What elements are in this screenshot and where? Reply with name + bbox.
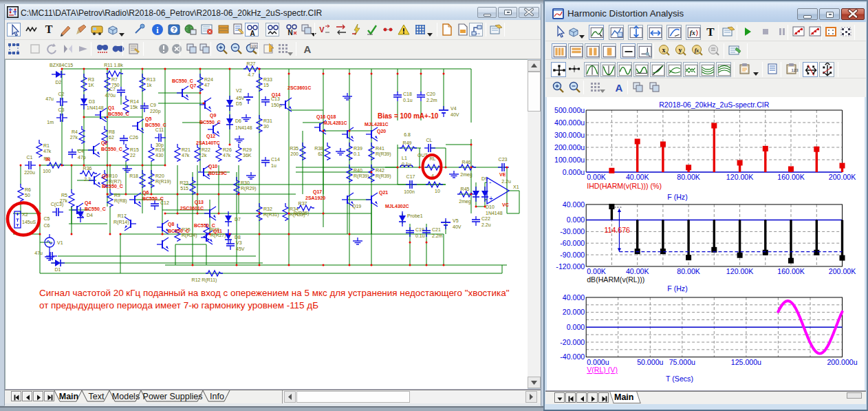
svg-text:400.000u: 400.000u	[554, 118, 585, 127]
svg-text:fx: fx	[695, 48, 699, 54]
svg-text:A: A	[250, 30, 254, 37]
svg-text:36K: 36K	[243, 153, 252, 158]
svg-text:50: 50	[25, 193, 30, 198]
svg-text:C22: C22	[481, 216, 490, 221]
svg-text:40.00K: 40.00K	[626, 173, 649, 181]
svg-text:2SA140TC: 2SA140TC	[196, 140, 220, 145]
svg-text:R37: R37	[299, 201, 307, 206]
svg-text:MJL4281C: MJL4281C	[365, 122, 389, 127]
svg-text:N: N	[287, 29, 292, 36]
svg-text:47k: 47k	[182, 153, 190, 158]
svg-text:X2: X2	[22, 212, 28, 217]
svg-text:Q5: Q5	[145, 116, 151, 122]
svg-text:Q6: Q6	[142, 190, 149, 196]
svg-text:45V: 45V	[236, 96, 245, 101]
svg-text:R3: R3	[88, 77, 94, 82]
svg-text:D1: D1	[55, 267, 61, 272]
svg-text:BC550_C: BC550_C	[145, 123, 166, 127]
svg-text:C1: C1	[27, 155, 33, 160]
svg-text:C17: C17	[406, 174, 415, 179]
svg-text:123: 123	[792, 68, 799, 72]
svg-text:160.00K: 160.00K	[777, 173, 804, 181]
svg-text:Q13: Q13	[195, 200, 204, 205]
svg-text:R5: R5	[61, 193, 67, 198]
svg-text:Main: Main	[59, 392, 78, 401]
svg-text:V1: V1	[57, 240, 63, 245]
svg-text:0.1: 0.1	[354, 151, 360, 156]
svg-text:R36: R36	[83, 166, 92, 171]
svg-text:40.00K: 40.00K	[626, 267, 649, 275]
svg-text:145uS: 145uS	[22, 220, 36, 224]
svg-text:BC550_C: BC550_C	[168, 229, 189, 233]
svg-text:100: 100	[251, 44, 257, 48]
svg-text:47u: 47u	[45, 96, 54, 101]
svg-text:200: 200	[290, 151, 299, 156]
svg-text:Bias = 100 mA+-10: Bias = 100 mA+-10	[378, 112, 439, 120]
svg-text:2meg: 2meg	[459, 199, 471, 204]
svg-text:BD129C: BD129C	[208, 171, 227, 176]
svg-text:Models: Models	[112, 392, 140, 401]
svg-text:6.8: 6.8	[404, 132, 411, 137]
svg-text:C13: C13	[271, 96, 280, 101]
svg-text:V5: V5	[453, 218, 459, 223]
svg-text:R(R27): R(R27)	[210, 233, 226, 238]
svg-text:-120.000: -120.000	[556, 262, 585, 271]
svg-text:200.000u: 200.000u	[827, 358, 857, 366]
svg-text:430: 430	[155, 153, 164, 158]
svg-text:27k: 27k	[70, 135, 78, 140]
svg-text:4.7: 4.7	[248, 72, 254, 77]
svg-text:R45: R45	[461, 187, 470, 191]
svg-text:120.00K: 120.00K	[726, 173, 753, 181]
svg-text:20.000: 20.000	[563, 308, 585, 316]
svg-text:Q3: Q3	[102, 173, 108, 179]
svg-text:D6: D6	[235, 118, 241, 123]
svg-text:15: 15	[263, 83, 269, 87]
svg-text:fx: fx	[690, 29, 695, 36]
svg-text:0.000u: 0.000u	[563, 168, 585, 176]
svg-text:R40: R40	[354, 168, 362, 173]
svg-text:47k: 47k	[223, 153, 231, 158]
svg-text:30p: 30p	[155, 143, 164, 148]
svg-text:R(R14): R(R14)	[113, 220, 129, 225]
svg-text:114.676: 114.676	[604, 226, 630, 234]
svg-text:C3: C3	[58, 107, 65, 112]
svg-text:R35: R35	[290, 146, 299, 151]
svg-text:200.00K: 200.00K	[829, 267, 856, 275]
svg-text:R31: R31	[263, 118, 272, 123]
svg-text:Q11: Q11	[213, 229, 222, 234]
svg-text:0.1u: 0.1u	[415, 233, 425, 238]
svg-text:BC550_C: BC550_C	[194, 223, 215, 228]
svg-text:RL: RL	[430, 156, 436, 161]
svg-text:R8: R8	[109, 129, 115, 134]
svg-text:2SC3601C: 2SC3601C	[180, 206, 204, 211]
svg-text:R18: R18	[129, 173, 138, 178]
svg-text:40.000: 40.000	[563, 293, 585, 302]
svg-text:MJL4302C: MJL4302C	[385, 204, 409, 209]
svg-text:0.000: 0.000	[567, 323, 585, 331]
svg-text:40V: 40V	[451, 112, 459, 117]
svg-text:125.000u: 125.000u	[731, 358, 761, 366]
svg-text:BC550_C: BC550_C	[101, 147, 122, 151]
svg-text:VC: VC	[502, 202, 509, 207]
svg-text:220p: 220p	[150, 109, 161, 114]
svg-text:R(R36): R(R36)	[294, 211, 310, 216]
svg-text:120.00K: 120.00K	[726, 267, 753, 275]
svg-text:X1: X1	[513, 185, 519, 189]
svg-text:R33: R33	[263, 77, 272, 82]
svg-text:R12 R(R11): R12 R(R11)	[192, 277, 217, 283]
svg-text:Q20: Q20	[377, 129, 386, 134]
svg-text:C21: C21	[432, 227, 441, 232]
svg-text:1u: 1u	[271, 163, 276, 168]
svg-text:0.1u: 0.1u	[402, 162, 411, 167]
svg-text:R6: R6	[25, 187, 31, 192]
svg-text:1N4148: 1N4148	[235, 125, 252, 130]
svg-text:IHD(HARM(v(RL))) (%): IHD(HARM(v(RL))) (%)	[587, 182, 662, 190]
svg-text:Q8: Q8	[168, 222, 174, 227]
svg-text:R(R39): R(R39)	[354, 173, 369, 179]
svg-text:R26: R26	[223, 147, 232, 152]
svg-text:1m: 1m	[47, 120, 54, 125]
svg-text:R14: R14	[130, 99, 139, 104]
svg-text:47p: 47p	[78, 155, 86, 160]
svg-text:D10: D10	[486, 204, 495, 209]
svg-text:-: -	[489, 178, 491, 186]
